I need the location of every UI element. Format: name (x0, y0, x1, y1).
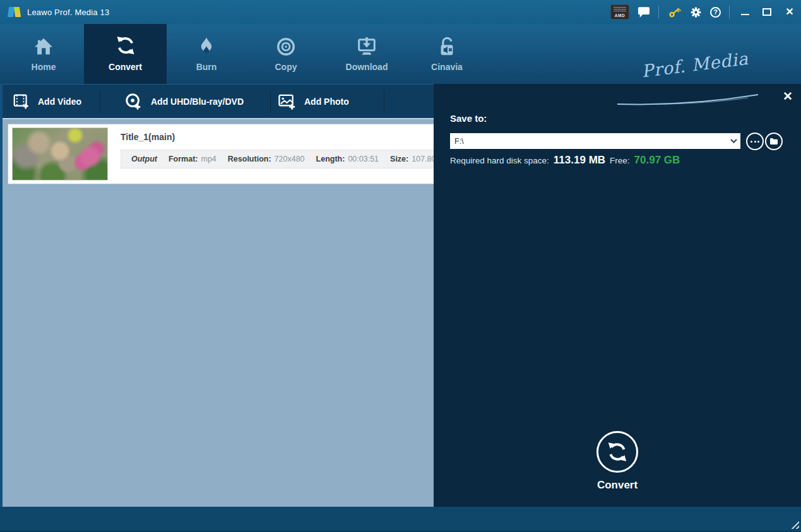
toolbar-separator (100, 90, 100, 113)
burn-icon (196, 36, 217, 57)
add-video-label: Add Video (38, 97, 81, 107)
toolbar: Add Video Add UHD/Blu-ray/DVD Add Photo (3, 84, 434, 118)
convert-button[interactable]: Convert (434, 431, 801, 492)
tab-copy[interactable]: Copy (253, 24, 319, 84)
register-key-icon[interactable] (667, 5, 682, 20)
format-field: Format: mp4 (169, 155, 217, 163)
convert-button-label: Convert (597, 479, 638, 492)
help-icon[interactable]: ? (710, 7, 721, 18)
cinavia-icon (436, 36, 458, 57)
brand-signature: Prof. Media (641, 47, 762, 81)
window-border (0, 84, 3, 507)
output-label: Output (131, 155, 157, 163)
status-bar (0, 507, 801, 532)
tab-home-label: Home (32, 62, 56, 72)
download-icon (355, 36, 378, 57)
main-nav: Home Convert Burn Copy (0, 24, 801, 84)
resize-grip[interactable] (788, 518, 799, 529)
convert-button-icon (596, 431, 638, 473)
media-item-title: Title_1(main) (121, 132, 175, 142)
add-video-icon (13, 93, 30, 110)
maximize-button[interactable] (760, 0, 774, 24)
required-space-value: 113.19 MB (554, 154, 605, 167)
folder-icon (769, 138, 778, 145)
copy-icon (275, 36, 297, 57)
minimize-button[interactable] (738, 0, 752, 24)
tab-copy-label: Copy (275, 62, 297, 72)
convert-settings-panel: ✕ Save to: Required hard disk space: 113… (434, 84, 801, 507)
tab-cinavia-label: Cinavia (431, 62, 463, 72)
video-thumbnail (12, 127, 108, 180)
amd-badge-icon[interactable]: AMD (610, 4, 629, 20)
resolution-field: Resolution: 720x480 (228, 155, 305, 163)
add-video-button[interactable]: Add Video (13, 85, 81, 118)
feedback-bubble-icon[interactable] (638, 6, 650, 18)
close-button[interactable]: ✕ (782, 0, 797, 24)
tab-home[interactable]: Home (10, 24, 77, 84)
amd-badge-text: AMD (615, 13, 625, 18)
settings-gear-icon[interactable] (690, 6, 702, 18)
toolbar-separator (270, 90, 271, 113)
add-disc-button[interactable]: Add UHD/Blu-ray/DVD (125, 85, 244, 118)
required-space-label: Required hard disk space: (450, 156, 549, 165)
open-folder-button[interactable] (765, 133, 783, 150)
home-icon (32, 36, 55, 57)
amd-badge-lines (614, 7, 626, 13)
titlebar: Leawo Prof. Media 13 AMD (0, 0, 801, 24)
tab-download-label: Download (346, 62, 388, 72)
browse-more-button[interactable] (746, 133, 764, 150)
tab-burn[interactable]: Burn (175, 24, 237, 84)
add-photo-icon (278, 92, 296, 110)
free-space-value: 70.97 GB (634, 154, 680, 167)
window-title: Leawo Prof. Media 13 (27, 8, 109, 17)
leawo-logo-icon (8, 6, 21, 18)
titlebar-separator (729, 6, 730, 18)
convert-icon (114, 33, 138, 57)
disk-space-info: Required hard disk space: 113.19 MB Free… (450, 154, 680, 167)
save-to-label: Save to: (450, 113, 487, 124)
add-disc-label: Add UHD/Blu-ray/DVD (151, 97, 244, 107)
save-path-select[interactable] (450, 133, 740, 149)
brand-swoosh (615, 93, 761, 106)
tab-download[interactable]: Download (332, 24, 401, 84)
tab-burn-label: Burn (196, 62, 217, 72)
chevron-down-icon[interactable] (727, 139, 740, 143)
toolbar-separator (384, 90, 384, 113)
titlebar-separator (658, 6, 659, 18)
add-photo-label: Add Photo (304, 97, 349, 107)
tab-cinavia[interactable]: Cinavia (413, 24, 481, 84)
add-photo-button[interactable]: Add Photo (278, 85, 349, 118)
tab-convert-label: Convert (109, 62, 142, 72)
add-disc-icon (125, 93, 143, 110)
app-window: { "window": { "title": "Leawo Prof. Medi… (0, 0, 801, 532)
free-space-label: Free: (610, 156, 630, 165)
panel-close-icon[interactable]: ✕ (783, 90, 793, 102)
length-field: Length: 00:03:51 (316, 155, 379, 163)
save-path-input[interactable] (450, 133, 727, 149)
tab-convert[interactable]: Convert (84, 21, 167, 84)
